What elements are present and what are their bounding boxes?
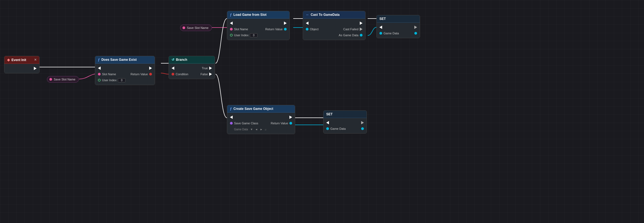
create-return-pin[interactable] [289,122,292,125]
set-top-gamedata-pin-in[interactable] [379,32,382,35]
cast-object-row: Object Cast Failed [303,26,365,32]
branch-header: ↺ Branch [169,56,215,64]
set-bottom-gamedata-label: Game Data [330,127,346,130]
load-user-index-input[interactable] [250,33,257,37]
cast-to-gamedata-node: ↔ Cast To GameData Object Cast Failed As… [303,11,366,40]
create-return-label: Return Value [271,122,288,125]
cast-body: Object Cast Failed As Game Data [303,19,365,40]
true-pin[interactable] [209,67,212,70]
exec-in-pin-1[interactable] [98,67,101,70]
load-return-label: Return Value [265,28,283,31]
cast-exec-out[interactable] [360,22,363,25]
does-save-user-row: User Index [95,77,155,83]
condition-pin[interactable] [172,73,174,76]
branch-title: Branch [176,58,187,62]
set-bottom-body: Game Data [324,118,367,133]
create-save-class-row: Save Game Class Return Value [227,120,295,126]
event-init-node: ◆ Event Init ✕ [4,56,40,73]
cast-as-gamedata-pin[interactable] [360,34,363,37]
load-user-index-pin[interactable] [230,34,233,37]
var-pin-2 [182,26,185,29]
game-data-sub-label: Game Data [234,128,248,131]
function-icon-1: ƒ [98,58,100,62]
load-slot-name-label: Slot Name [234,28,248,31]
cast-failed-pin[interactable] [360,28,363,31]
set-top-header: SET [377,15,420,23]
cast-as-gamedata-label: As Game Data [339,34,358,37]
function-icon-2: ƒ [230,13,232,17]
dropdown-icon[interactable]: ▼ [250,128,253,131]
does-save-slot-row: Slot Name Return Value [95,71,155,77]
event-init-title: Event Init [11,58,26,62]
load-game-header: ƒ Load Game from Slot [227,11,289,19]
false-pin[interactable] [209,73,212,76]
event-init-body [4,64,39,73]
set-bottom-gamedata-row: Game Data [324,126,367,132]
exec-out-pin[interactable] [34,67,37,70]
false-label: False [200,73,208,76]
cast-asgamedata-row: As Game Data [303,32,365,38]
create-save-exec-row [227,114,295,120]
exec-out-pin-1[interactable] [149,67,152,70]
set-top-exec-in[interactable] [379,26,382,29]
cast-object-label: Object [310,28,319,31]
create-exec-in[interactable] [230,116,233,119]
load-game-exec-row [227,20,289,26]
nav-icon-2[interactable]: ► [260,128,263,131]
cast-object-pin[interactable] [306,28,308,31]
function-icon-3: ƒ [230,107,232,111]
var-pin-1 [49,78,52,81]
create-exec-out[interactable] [289,116,292,119]
branch-body: True Condition False [169,64,215,79]
cast-icon: ↔ [306,13,309,17]
event-init-exec-row [4,65,39,71]
branch-cond-row: Condition False [169,71,215,77]
create-save-game-node: ƒ Create Save Game Object Save Game Clas… [227,105,295,134]
user-index-input-1[interactable] [118,78,125,82]
load-return-pin[interactable] [284,28,287,31]
return-value-pin-1[interactable] [149,73,152,76]
search-icon[interactable]: ⌕ [265,128,266,131]
set-bottom-exec-row [324,120,367,126]
var-label-2: Save Slot Name [187,26,208,29]
save-game-class-label: Save Game Class [234,122,258,125]
close-icon[interactable]: ✕ [34,58,37,62]
load-game-title: Load Game from Slot [233,13,266,17]
save-slot-name-var-2[interactable]: Save Slot Name [180,25,212,31]
load-game-slot-row: Slot Name Return Value [227,26,289,32]
set-bottom-node: SET Game Data [323,110,367,134]
set-bottom-header: SET [324,111,367,118]
load-user-index-label: User Index [234,34,248,37]
set-top-body: Game Data [377,23,420,38]
load-game-from-slot-node: ƒ Load Game from Slot Slot Name Return V… [227,11,290,40]
user-index-pin-1[interactable] [98,79,101,82]
true-label: True [202,67,208,70]
set-top-gamedata-pin-out[interactable] [414,32,417,35]
load-exec-out[interactable] [284,22,287,25]
save-slot-name-var-1[interactable]: Save Slot Name [47,76,79,83]
create-save-title: Create Save Game Object [233,107,273,111]
branch-exec-in[interactable] [172,67,174,70]
does-save-exec-row [95,65,155,71]
cast-title: Cast To GameData [311,13,340,17]
set-bottom-exec-out[interactable] [361,121,364,124]
set-bottom-gamedata-pin-out[interactable] [361,127,364,130]
cast-exec-in[interactable] [306,22,308,25]
slot-name-label-1: Slot Name [102,73,116,76]
does-save-header: ƒ Does Save Game Exist [95,56,155,64]
set-top-exec-out[interactable] [414,26,417,29]
user-index-label-1: User Index [102,79,116,82]
cast-failed-label: Cast Failed [343,28,358,31]
load-game-user-row: User Index [227,32,289,38]
nav-icon-1[interactable]: ◄ [255,128,258,131]
save-game-class-pin[interactable] [230,122,233,125]
var-label-1: Save Slot Name [54,78,75,81]
does-save-title: Does Save Game Exist [101,58,137,62]
set-bottom-gamedata-pin-in[interactable] [326,127,329,130]
load-exec-in[interactable] [230,22,233,25]
set-bottom-exec-in[interactable] [326,121,329,124]
cast-header: ↔ Cast To GameData [303,11,365,19]
slot-name-pin-in[interactable] [98,73,101,76]
load-slot-name-pin[interactable] [230,28,233,31]
cast-exec-row [303,20,365,26]
